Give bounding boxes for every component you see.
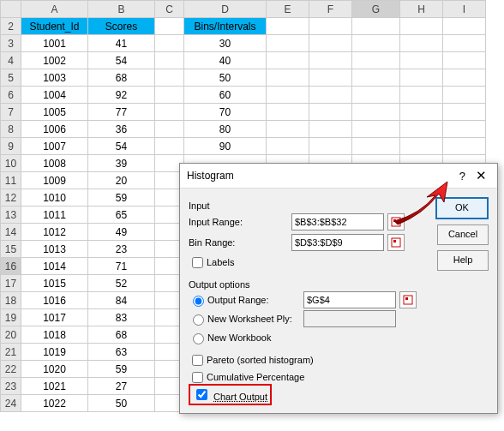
- input-range-field[interactable]: $B$3:$B$32: [291, 213, 384, 230]
- cell-B9[interactable]: 54: [88, 138, 155, 155]
- row-header[interactable]: 24: [1, 395, 21, 412]
- cell-B13[interactable]: 65: [88, 207, 155, 224]
- cell-B7[interactable]: 77: [88, 104, 155, 121]
- cell-D8[interactable]: 80: [184, 121, 267, 138]
- row-header[interactable]: 9: [1, 138, 21, 155]
- cell-B3[interactable]: 41: [88, 35, 155, 52]
- cell-F4[interactable]: [309, 52, 352, 69]
- cell-F8[interactable]: [309, 121, 352, 138]
- cell-A8[interactable]: 1006: [21, 121, 88, 138]
- cell-A2[interactable]: Student_Id: [21, 18, 88, 35]
- cell-A9[interactable]: 1007: [21, 138, 88, 155]
- row-header[interactable]: 12: [1, 189, 21, 207]
- cell-C3[interactable]: [155, 35, 184, 52]
- cell-B2[interactable]: Scores: [88, 18, 155, 35]
- cell-E3[interactable]: [267, 35, 309, 52]
- row-header[interactable]: 11: [1, 172, 21, 189]
- cell-I4[interactable]: [443, 52, 486, 69]
- cell-A5[interactable]: 1003: [21, 69, 88, 87]
- cell-F6[interactable]: [309, 87, 352, 104]
- cell-I3[interactable]: [443, 35, 486, 52]
- help-icon[interactable]: ?: [459, 170, 465, 183]
- output-range-ref-icon[interactable]: [399, 291, 417, 308]
- cancel-button[interactable]: Cancel: [437, 224, 489, 245]
- cell-A6[interactable]: 1004: [21, 87, 88, 104]
- chart-output-checkbox[interactable]: [196, 389, 207, 400]
- cell-G5[interactable]: [352, 69, 400, 87]
- cell-H3[interactable]: [400, 35, 443, 52]
- row-header[interactable]: 19: [1, 309, 21, 326]
- cell-D2[interactable]: Bins/Intervals: [184, 18, 267, 35]
- cell-F7[interactable]: [309, 104, 352, 121]
- cell-D9[interactable]: 90: [184, 138, 267, 155]
- cell-E6[interactable]: [267, 87, 309, 104]
- cell-C9[interactable]: [155, 138, 184, 155]
- output-range-field[interactable]: $G$4: [303, 291, 396, 308]
- cell-F5[interactable]: [309, 69, 352, 87]
- cell-B11[interactable]: 20: [88, 172, 155, 189]
- cell-B17[interactable]: 52: [88, 275, 155, 292]
- cell-C7[interactable]: [155, 104, 184, 121]
- cell-C6[interactable]: [155, 87, 184, 104]
- row-header[interactable]: 10: [1, 155, 21, 172]
- new-worksheet-field[interactable]: [303, 310, 396, 327]
- cell-A14[interactable]: 1012: [21, 224, 88, 241]
- cell-E7[interactable]: [267, 104, 309, 121]
- cell-B14[interactable]: 49: [88, 224, 155, 241]
- cell-A15[interactable]: 1013: [21, 241, 88, 258]
- cell-B20[interactable]: 68: [88, 326, 155, 344]
- cell-I5[interactable]: [443, 69, 486, 87]
- col-header-G[interactable]: G: [352, 1, 400, 18]
- cell-G3[interactable]: [352, 35, 400, 52]
- bin-range-field[interactable]: $D$3:$D$9: [291, 234, 384, 251]
- cumulative-checkbox[interactable]: [192, 372, 203, 383]
- row-header[interactable]: 21: [1, 344, 21, 361]
- cell-D3[interactable]: 30: [184, 35, 267, 52]
- cell-E8[interactable]: [267, 121, 309, 138]
- col-header-I[interactable]: I: [443, 1, 486, 18]
- row-header[interactable]: 3: [1, 35, 21, 52]
- cell-H8[interactable]: [400, 121, 443, 138]
- cell-I6[interactable]: [443, 87, 486, 104]
- new-worksheet-radio[interactable]: [193, 314, 204, 326]
- dialog-titlebar[interactable]: Histogram ? ✕: [180, 164, 497, 189]
- cell-B16[interactable]: 71: [88, 258, 155, 275]
- cell-H7[interactable]: [400, 104, 443, 121]
- cell-A16[interactable]: 1014: [21, 258, 88, 275]
- cell-A10[interactable]: 1008: [21, 155, 88, 172]
- output-range-radio[interactable]: [193, 296, 204, 307]
- cell-G8[interactable]: [352, 121, 400, 138]
- cell-A18[interactable]: 1016: [21, 292, 88, 309]
- cell-B12[interactable]: 59: [88, 189, 155, 207]
- cell-A21[interactable]: 1019: [21, 344, 88, 361]
- cell-E2[interactable]: [267, 18, 309, 35]
- row-header[interactable]: 5: [1, 69, 21, 87]
- row-header[interactable]: 18: [1, 292, 21, 309]
- cell-D6[interactable]: 60: [184, 87, 267, 104]
- cell-A24[interactable]: 1022: [21, 395, 88, 412]
- cell-I7[interactable]: [443, 104, 486, 121]
- cell-A23[interactable]: 1021: [21, 378, 88, 395]
- cell-C4[interactable]: [155, 52, 184, 69]
- cell-A22[interactable]: 1020: [21, 361, 88, 378]
- cell-I8[interactable]: [443, 121, 486, 138]
- cell-C8[interactable]: [155, 121, 184, 138]
- cell-B18[interactable]: 84: [88, 292, 155, 309]
- row-header[interactable]: 14: [1, 224, 21, 241]
- row-header[interactable]: 15: [1, 241, 21, 258]
- cell-A4[interactable]: 1002: [21, 52, 88, 69]
- cell-B23[interactable]: 27: [88, 378, 155, 395]
- cell-F2[interactable]: [309, 18, 352, 35]
- cell-B4[interactable]: 54: [88, 52, 155, 69]
- cell-H4[interactable]: [400, 52, 443, 69]
- cell-G9[interactable]: [352, 138, 400, 155]
- cell-F9[interactable]: [309, 138, 352, 155]
- row-header[interactable]: 17: [1, 275, 21, 292]
- row-header[interactable]: 20: [1, 326, 21, 344]
- cell-B5[interactable]: 68: [88, 69, 155, 87]
- cell-G2[interactable]: [352, 18, 400, 35]
- cell-D4[interactable]: 40: [184, 52, 267, 69]
- row-header[interactable]: 8: [1, 121, 21, 138]
- cell-A20[interactable]: 1018: [21, 326, 88, 344]
- help-button[interactable]: Help: [437, 250, 489, 271]
